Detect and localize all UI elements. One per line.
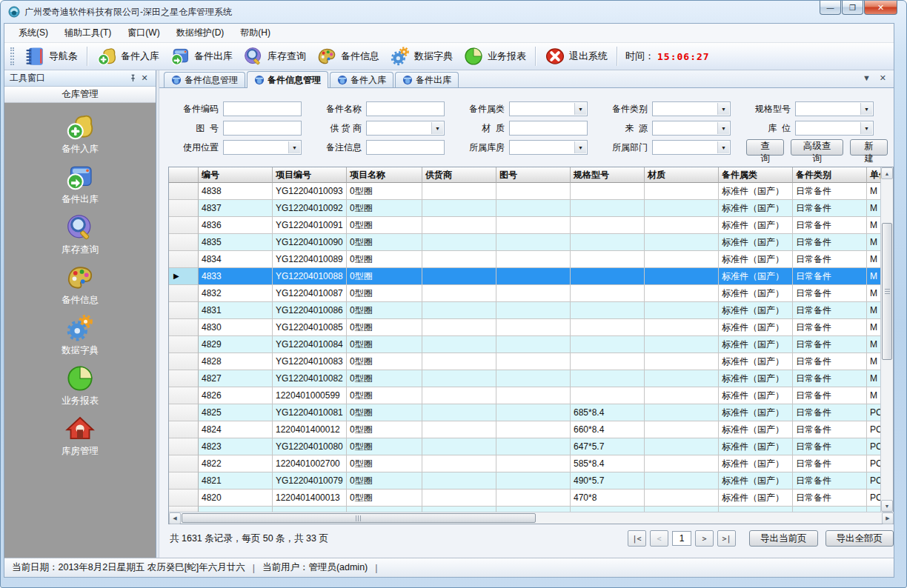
table-row[interactable]: 4835YG122040100900型圈标准件（国产）日常备件M <box>169 234 881 251</box>
maximize-button[interactable]: ❐ <box>842 1 863 15</box>
tab-close-icon[interactable]: ✕ <box>880 73 886 83</box>
column-header[interactable]: 编号 <box>199 167 273 183</box>
menu-item[interactable]: 窗口(W) <box>119 24 167 42</box>
field-select[interactable]: ▼ <box>509 140 588 155</box>
row-selector[interactable] <box>169 336 199 353</box>
advanced-query-button[interactable]: 高级查询 <box>791 139 844 156</box>
column-header[interactable]: 备件属类 <box>719 167 793 183</box>
scroll-right-icon[interactable]: ▶ <box>882 512 894 524</box>
row-selector[interactable] <box>169 370 199 387</box>
table-row[interactable]: 482012204014000130型圈470*8标准件（国产）日常备件PC <box>169 490 881 507</box>
table-row[interactable]: 482412204014000120型圈660*8.4标准件（国产）日常备件PC <box>169 421 881 438</box>
minimize-button[interactable]: — <box>820 1 841 15</box>
table-row[interactable]: 482612204010005990型圈标准件（国产）日常备件M <box>169 387 881 404</box>
column-header[interactable]: 规格型号 <box>571 167 645 183</box>
menu-item[interactable]: 辅助工具(T) <box>56 24 119 42</box>
row-selector[interactable] <box>169 404 199 421</box>
table-row[interactable]: 4825YG122040100810型圈685*8.4标准件（国产）日常备件PC <box>169 404 881 421</box>
row-selector[interactable] <box>169 234 199 251</box>
table-row[interactable]: 4830YG122040100850型圈标准件（国产）日常备件M <box>169 319 881 336</box>
column-header[interactable]: 图号 <box>496 167 571 183</box>
column-header[interactable]: 单位 <box>867 167 881 183</box>
row-selector[interactable] <box>169 438 199 455</box>
field-input[interactable] <box>509 121 588 136</box>
table-row[interactable]: 4821YG122040100790型圈490*5.7标准件（国产）日常备件PC <box>169 472 881 490</box>
pin-icon[interactable] <box>127 73 139 84</box>
field-select[interactable]: ▼ <box>795 121 874 136</box>
field-select[interactable]: ▼ <box>366 121 445 136</box>
table-row[interactable]: 4829YG122040100840型圈标准件（国产）日常备件M <box>169 336 881 353</box>
prev-page-button[interactable]: < <box>650 530 668 547</box>
last-page-button[interactable]: >| <box>717 530 736 547</box>
row-selector[interactable] <box>169 353 199 370</box>
toolbar-grip-icon[interactable] <box>10 47 14 65</box>
toolbar-button-business-report[interactable]: 业务报表 <box>458 44 531 68</box>
row-selector[interactable] <box>169 472 199 490</box>
sidebar-item-data-dictionary[interactable]: 数据字典 <box>4 313 156 364</box>
field-select[interactable]: ▼ <box>652 121 731 136</box>
table-row[interactable]: 4834YG122040100890型圈标准件（国产）日常备件M <box>169 251 881 268</box>
scroll-left-icon[interactable]: ◀ <box>169 512 181 524</box>
row-selector[interactable] <box>169 455 199 472</box>
sidebar-close-icon[interactable]: ✕ <box>139 73 150 84</box>
scroll-down-icon[interactable]: ▼ <box>881 500 893 512</box>
scroll-up-icon[interactable]: ▲ <box>881 167 893 179</box>
column-header[interactable]: 材质 <box>645 167 719 183</box>
table-row[interactable]: 4827YG122040100820型圈标准件（国产）日常备件M <box>169 370 881 387</box>
chevron-down-icon[interactable]: ▼ <box>863 73 871 83</box>
column-header[interactable]: 项目名称 <box>347 167 422 183</box>
sidebar-group-header[interactable]: 仓库管理 <box>4 87 156 103</box>
row-selector[interactable] <box>169 251 199 268</box>
menu-item[interactable]: 数据维护(D) <box>168 24 233 42</box>
table-row[interactable]: 4836YG122040100910型圈标准件（国产）日常备件M <box>169 217 881 234</box>
field-select[interactable]: ▼ <box>795 101 874 116</box>
toolbar-button-stock-in[interactable]: 备件入库 <box>91 44 165 68</box>
row-selector[interactable] <box>169 302 199 319</box>
field-select[interactable]: ▼ <box>223 140 302 155</box>
toolbar-button-navigator[interactable]: 导航条 <box>19 44 83 68</box>
toolbar-button-data-dictionary[interactable]: 数据字典 <box>385 44 458 68</box>
field-select[interactable]: ▼ <box>652 101 731 116</box>
table-row[interactable]: 482212204010027000型圈585*8.4标准件（国产）日常备件PC <box>169 455 881 472</box>
field-input[interactable] <box>366 101 445 116</box>
table-row[interactable]: 4838YG122040100930型圈标准件（国产）日常备件M <box>169 183 881 200</box>
row-selector[interactable]: ▶ <box>169 268 199 285</box>
close-button[interactable]: ✕ <box>864 1 897 15</box>
row-selector[interactable] <box>169 387 199 404</box>
page-input[interactable] <box>672 531 691 546</box>
sidebar-item-warehouse[interactable]: 库房管理 <box>4 414 156 464</box>
table-row[interactable]: ▶4833YG122040100880型圈标准件（国产）日常备件M <box>169 268 881 285</box>
column-header[interactable]: 项目编号 <box>273 167 347 183</box>
toolbar-button-parts-info[interactable]: 备件信息 <box>311 44 385 68</box>
query-button[interactable]: 查询 <box>746 139 784 156</box>
sidebar-item-parts-info[interactable]: 备件信息 <box>4 263 156 313</box>
table-row[interactable]: 4832YG122040100870型圈标准件（国产）日常备件M <box>169 285 881 302</box>
next-page-button[interactable]: > <box>695 530 714 547</box>
first-page-button[interactable]: |< <box>628 530 646 547</box>
tab-3[interactable]: 备件出库 <box>395 72 459 87</box>
table-row[interactable]: 4837YG122040100920型圈标准件（国产）日常备件M <box>169 200 881 217</box>
field-input[interactable] <box>366 140 445 155</box>
row-selector[interactable] <box>169 183 199 200</box>
toolbar-button-exit[interactable]: 退出系统 <box>539 44 613 68</box>
tab-1[interactable]: 备件信息管理 <box>247 71 328 88</box>
row-selector[interactable] <box>169 490 199 507</box>
row-selector[interactable] <box>169 217 199 234</box>
vertical-scrollbar[interactable]: ▲ ▼ <box>880 167 893 512</box>
table-row[interactable]: 4831YG122040100860型圈标准件（国产）日常备件M <box>169 302 881 319</box>
column-header[interactable]: 供货商 <box>422 167 496 183</box>
sidebar-item-stock-out[interactable]: 备件出库 <box>4 162 156 213</box>
table-row[interactable]: 4823YG122040100800型圈647*5.7标准件（国产）日常备件PC <box>169 438 881 455</box>
field-input[interactable] <box>223 121 302 136</box>
menu-item[interactable]: 系统(S) <box>10 24 56 42</box>
field-select[interactable]: ▼ <box>509 101 588 116</box>
export-current-page-button[interactable]: 导出当前页 <box>749 530 818 547</box>
new-button[interactable]: 新建 <box>850 139 888 156</box>
tab-0[interactable]: 备件信息管理 <box>164 72 245 87</box>
export-all-pages-button[interactable]: 导出全部页 <box>825 530 894 547</box>
table-row[interactable]: 4828YG122040100830型圈标准件（国产）日常备件M <box>169 353 881 370</box>
row-selector[interactable] <box>169 319 199 336</box>
row-selector[interactable] <box>169 421 199 438</box>
column-header[interactable]: 备件类别 <box>793 167 867 183</box>
sidebar-item-inventory-search[interactable]: 库存查询 <box>4 213 156 263</box>
